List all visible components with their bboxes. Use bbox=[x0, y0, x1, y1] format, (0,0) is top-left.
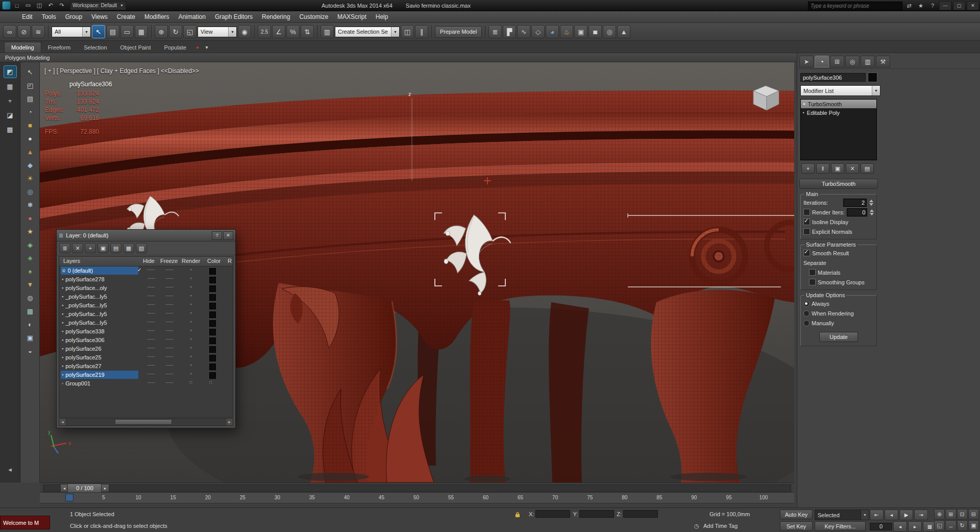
angle-snap-icon[interactable]: ∠ bbox=[272, 25, 285, 38]
create-tab[interactable]: ➤ bbox=[799, 56, 814, 67]
add-to-layer-icon[interactable]: + bbox=[85, 243, 96, 253]
hide-toggle[interactable]: ----- bbox=[142, 345, 160, 350]
dock-tool-icon[interactable]: ■ bbox=[24, 119, 36, 131]
use-pivot-center-icon[interactable]: ◉ bbox=[238, 25, 251, 38]
layer-list-header[interactable]: LayersHideFreezeRenderColorR bbox=[59, 257, 233, 267]
layer-color-swatch[interactable] bbox=[209, 294, 216, 301]
iterations-spinner[interactable] bbox=[869, 200, 874, 206]
layer-color-swatch[interactable] bbox=[209, 337, 216, 344]
layer-color-swatch[interactable] bbox=[209, 380, 215, 385]
modifier-icon[interactable]: ▪ bbox=[803, 110, 804, 115]
layer-color-swatch[interactable] bbox=[209, 277, 216, 283]
menu-item[interactable]: Graph Editors bbox=[210, 12, 257, 22]
next-key-button[interactable]: ▸ bbox=[908, 521, 922, 532]
scrollbar-thumb[interactable] bbox=[115, 419, 172, 425]
menu-item[interactable]: Create bbox=[112, 12, 140, 22]
layer-color-swatch[interactable] bbox=[209, 311, 216, 318]
freeze-toggle[interactable]: ----- bbox=[160, 284, 179, 289]
layer-name[interactable]: polySurface25 bbox=[65, 354, 101, 360]
update-option-radio[interactable] bbox=[803, 310, 810, 317]
hide-toggle[interactable]: ----- bbox=[142, 380, 160, 385]
current-frame-marker[interactable] bbox=[65, 494, 74, 501]
hide-toggle[interactable]: ----- bbox=[142, 354, 160, 359]
layer-row[interactable]: ▫ Group001 ✓ ----- ----- bbox=[59, 379, 233, 388]
mirror-icon[interactable]: ◫ bbox=[401, 25, 414, 38]
layer-row[interactable]: ▪ polySurface219 ✓ ----- ----- bbox=[59, 371, 233, 379]
render-setup-icon[interactable]: ♨ bbox=[560, 25, 573, 38]
render-toggle[interactable] bbox=[183, 328, 199, 333]
workspace-dropdown[interactable]: Workspace: Default ▼ bbox=[70, 1, 126, 10]
bind-to-space-warp-icon[interactable]: ≋ bbox=[32, 25, 45, 38]
layer-dialog-titlebar[interactable]: ≣ Layer: 0 (default) ? ✕ bbox=[57, 230, 235, 241]
layer-row[interactable]: ▪ polySurface27 ✓ ----- ----- bbox=[59, 362, 233, 371]
layer-row[interactable]: ▪ polySurface25 ✓ ----- ----- bbox=[59, 353, 233, 362]
layer-row[interactable]: ≣ 0 (default) ✓ ----- ----- bbox=[59, 267, 233, 275]
help-icon[interactable]: ? bbox=[927, 1, 938, 10]
schematic-view-icon[interactable]: ◇ bbox=[531, 25, 545, 38]
modify-tab[interactable]: ◔ bbox=[815, 56, 829, 67]
layer-color-swatch[interactable] bbox=[209, 268, 216, 275]
layer-name[interactable]: polySurface278 bbox=[65, 276, 104, 282]
set-key-button[interactable]: Set Key bbox=[780, 521, 813, 531]
layer-name[interactable]: 0 (default) bbox=[68, 268, 93, 274]
ribbon-tab[interactable]: Object Paint bbox=[114, 42, 158, 53]
selection-set-dropdown[interactable]: Selected ▼ bbox=[815, 510, 869, 520]
previous-key-button[interactable]: ◂ bbox=[893, 521, 907, 532]
horizontal-scrollbar[interactable]: ◂ ▸ bbox=[59, 418, 233, 426]
layer-row[interactable]: ▪ _polySurfac...ly5 ✓ ----- ----- bbox=[59, 293, 233, 301]
modifier-stack-row[interactable]: ▪ Editable Poly bbox=[801, 108, 876, 117]
freeze-all-toggle-icon[interactable]: ▧ bbox=[136, 243, 147, 253]
freeze-toggle[interactable]: ----- bbox=[160, 319, 179, 324]
coordinate-field[interactable] bbox=[535, 510, 570, 518]
layer-name[interactable]: polySurface338 bbox=[65, 328, 104, 334]
update-option-radio[interactable] bbox=[803, 320, 810, 326]
rollout-header[interactable]: TurboSmooth bbox=[799, 179, 878, 189]
time-slider[interactable]: ◂ 0 / 100 ▸ bbox=[40, 482, 794, 492]
current-frame-field[interactable]: 0 bbox=[870, 523, 892, 530]
percent-snap-icon[interactable]: % bbox=[286, 25, 300, 38]
dock-tool-icon[interactable]: ◒ bbox=[24, 345, 36, 357]
modifier-list-dropdown[interactable]: Modifier List ▼ bbox=[800, 85, 880, 96]
ribbon-tab[interactable]: Selection bbox=[77, 42, 113, 53]
spinner-snap-icon[interactable]: ⇅ bbox=[301, 25, 314, 38]
favorites-icon[interactable]: ★ bbox=[916, 1, 926, 10]
render-toggle[interactable] bbox=[183, 319, 199, 324]
hide-toggle[interactable]: ----- bbox=[142, 302, 160, 307]
dock-tool-icon[interactable]: ◔ bbox=[24, 106, 36, 118]
iterations-field[interactable]: 2 bbox=[843, 199, 867, 207]
layer-name[interactable]: Group001 bbox=[65, 380, 90, 386]
render-iterative-icon[interactable]: ◎ bbox=[603, 25, 616, 38]
play-button[interactable]: ▶ bbox=[899, 510, 913, 520]
remove-modifier-button[interactable]: ✕ bbox=[846, 163, 859, 174]
open-file-icon[interactable]: ▭ bbox=[23, 1, 33, 10]
freeze-toggle[interactable]: ----- bbox=[160, 276, 179, 281]
layer-name[interactable]: _polySurfac...ly5 bbox=[65, 294, 107, 300]
rectangular-selection-region-icon[interactable]: ▭ bbox=[120, 25, 134, 38]
dock-tool-icon[interactable]: ▼ bbox=[24, 279, 36, 291]
go-to-end-button[interactable]: ⇥ bbox=[914, 510, 928, 520]
save-file-icon[interactable]: ◫ bbox=[34, 1, 44, 10]
menu-item[interactable]: Tools bbox=[37, 12, 61, 22]
window-crossing-icon[interactable]: ▦ bbox=[135, 25, 148, 38]
dock-tab-icon[interactable]: ▦ bbox=[4, 81, 16, 92]
pin-stack-button[interactable]: ⌖ bbox=[801, 163, 815, 174]
layer-name[interactable]: _polySurfac...ly5 bbox=[65, 320, 107, 326]
layer-name[interactable]: _polySurfac...ly5 bbox=[65, 302, 107, 308]
reference-coordinate-dropdown[interactable]: View ▼ bbox=[198, 27, 237, 37]
hide-toggle[interactable]: ----- bbox=[142, 276, 160, 281]
parameter-checkbox[interactable] bbox=[809, 269, 816, 276]
update-option-radio[interactable] bbox=[803, 301, 810, 307]
select-and-link-icon[interactable]: ∞ bbox=[3, 25, 16, 38]
layer-row[interactable]: ▪ _polySurfac...ly5 ✓ ----- ----- bbox=[59, 310, 233, 319]
dock-tool-icon[interactable]: ❄ bbox=[24, 199, 36, 211]
layer-row[interactable]: ▪ _polySurfac...ly5 ✓ ----- ----- bbox=[59, 301, 233, 310]
new-scene-icon[interactable]: □ bbox=[12, 1, 22, 10]
select-layer-objects-icon[interactable]: ▣ bbox=[97, 243, 109, 253]
layer-row[interactable]: ▪ polySurface338 ✓ ----- ----- bbox=[59, 327, 233, 336]
zoom-extents-icon[interactable]: ⊡ bbox=[957, 509, 968, 520]
zoom-icon[interactable]: ⊕ bbox=[934, 509, 945, 520]
object-color-swatch[interactable] bbox=[868, 72, 877, 82]
layer-row[interactable]: ▪ polySurface26 ✓ ----- ----- bbox=[59, 345, 233, 353]
render-toggle[interactable] bbox=[183, 380, 199, 385]
scroll-right-icon[interactable]: ▸ bbox=[226, 419, 233, 425]
